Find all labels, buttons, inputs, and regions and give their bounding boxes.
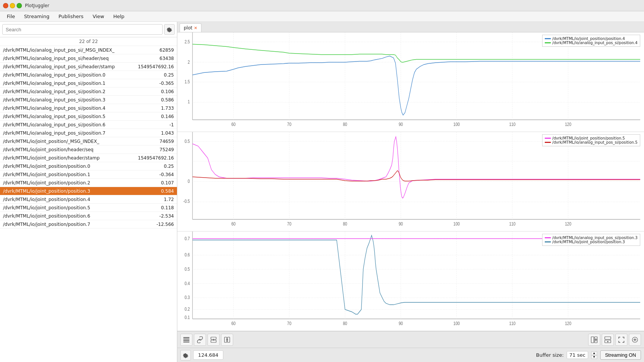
data-row[interactable]: /dvrk/MTML/io/analog_input_pos_si/positi… xyxy=(0,121,177,129)
menu-item-streaming[interactable]: Streaming xyxy=(20,12,53,21)
buffer-spinner[interactable]: ▲ ▼ xyxy=(591,351,597,359)
svg-rect-94 xyxy=(605,337,611,339)
data-row[interactable]: /dvrk/MTML/io/joint_position/position.00… xyxy=(0,162,177,170)
data-row[interactable]: /dvrk/MTML/io/analog_input_pos_si/positi… xyxy=(0,129,177,137)
data-row-name: /dvrk/MTML/io/analog_input_pos_si/positi… xyxy=(3,81,140,86)
zoom-button[interactable] xyxy=(615,334,627,346)
chart-3-svg: 0.7 0.6 0.5 0.4 0.3 0.2 0.1 60 70 xyxy=(177,232,644,331)
data-row-name: /dvrk/MTML/io/analog_input_pos_si/positi… xyxy=(3,89,140,94)
svg-text:0.1: 0.1 xyxy=(184,315,190,320)
settings-gear-icon[interactable] xyxy=(164,24,175,35)
data-row-value: 0.584 xyxy=(140,189,174,194)
data-row[interactable]: /dvrk/MTML/io/analog_input_pos_si/positi… xyxy=(0,96,177,104)
svg-text:70: 70 xyxy=(287,221,291,226)
data-row-name: /dvrk/MTML/io/joint_position/position.5 xyxy=(3,205,140,210)
status-settings-gear[interactable] xyxy=(180,350,191,360)
close-button[interactable] xyxy=(3,3,8,8)
data-row-value: 0.118 xyxy=(140,205,174,210)
data-row[interactable]: /dvrk/MTML/io/joint_position/header/seq7… xyxy=(0,146,177,154)
split-vertical-tool-button[interactable] xyxy=(207,334,220,346)
data-row[interactable]: /dvrk/MTML/io/analog_input_pos_si/header… xyxy=(0,54,177,63)
search-input[interactable] xyxy=(2,24,163,35)
svg-text:60: 60 xyxy=(231,321,235,326)
data-row-value: 75249 xyxy=(140,147,174,152)
streaming-button[interactable]: Streaming ON xyxy=(600,350,641,360)
data-row[interactable]: /dvrk/MTML/io/joint_position/_MSG_INDEX_… xyxy=(0,137,177,146)
svg-text:-0.5: -0.5 xyxy=(183,199,190,204)
svg-marker-89 xyxy=(227,339,228,340)
window-controls xyxy=(3,3,22,8)
data-row-name: /dvrk/MTML/io/joint_position/header/seq xyxy=(3,147,140,152)
svg-text:110: 110 xyxy=(509,221,516,226)
data-row[interactable]: /dvrk/MTML/io/analog_input_pos_si/header… xyxy=(0,63,177,71)
data-row[interactable]: /dvrk/MTML/io/analog_input_pos_si/positi… xyxy=(0,104,177,112)
list-tool-button[interactable] xyxy=(180,334,192,346)
data-row[interactable]: /dvrk/MTML/io/joint_position/position.6-… xyxy=(0,212,177,220)
svg-text:0.3: 0.3 xyxy=(184,295,190,300)
add-col-button[interactable] xyxy=(588,334,600,346)
data-row-value: 74659 xyxy=(140,139,174,144)
menu-item-file[interactable]: File xyxy=(3,12,19,21)
bottom-toolbar xyxy=(177,331,644,348)
svg-text:0.2: 0.2 xyxy=(184,307,190,311)
data-row-name: /dvrk/MTML/io/joint_position/position.6 xyxy=(3,213,140,219)
data-row-value: -0.365 xyxy=(140,81,174,86)
left-panel: 22 of 22 /dvrk/MTML/io/analog_input_pos_… xyxy=(0,22,177,362)
svg-rect-79 xyxy=(183,342,189,342)
data-row-name: /dvrk/MTML/io/joint_position/_MSG_INDEX_ xyxy=(3,139,140,144)
data-row-value: 0.25 xyxy=(140,72,174,78)
svg-rect-77 xyxy=(183,339,189,339)
fit-button[interactable] xyxy=(629,334,641,346)
data-row[interactable]: /dvrk/MTML/io/joint_position/position.50… xyxy=(0,204,177,212)
minimize-button[interactable] xyxy=(10,3,15,8)
data-row[interactable]: /dvrk/MTML/io/analog_input_pos_si/positi… xyxy=(0,87,177,96)
split-horizontal-tool-button[interactable] xyxy=(221,334,233,346)
time-display[interactable]: 124.684 xyxy=(193,350,223,360)
data-row-name: /dvrk/MTML/io/analog_input_pos_si/positi… xyxy=(3,72,140,78)
menu-item-help[interactable]: Help xyxy=(109,12,128,21)
search-bar xyxy=(0,22,177,37)
menu-item-view[interactable]: View xyxy=(89,12,108,21)
data-row[interactable]: /dvrk/MTML/io/analog_input_pos_si/_MSG_I… xyxy=(0,46,177,54)
data-row[interactable]: /dvrk/MTML/io/analog_input_pos_si/positi… xyxy=(0,79,177,87)
buffer-up[interactable]: ▲ xyxy=(591,351,597,355)
data-row-value: 0.107 xyxy=(140,180,174,186)
chart-2-svg: 0.5 0 -0.5 60 70 80 90 100 110 12 xyxy=(177,132,644,231)
app-title: PlotJuggler xyxy=(25,3,49,8)
svg-text:0: 0 xyxy=(188,179,190,184)
data-row-name: /dvrk/MTML/io/joint_position/position.1 xyxy=(3,172,140,177)
data-row-name: /dvrk/MTML/io/joint_position/position.3 xyxy=(3,189,140,194)
data-row[interactable]: /dvrk/MTML/io/joint_position/position.20… xyxy=(0,179,177,187)
data-row[interactable]: /dvrk/MTML/io/joint_position/position.30… xyxy=(0,187,177,195)
svg-text:0.4: 0.4 xyxy=(184,281,190,285)
plot-tab[interactable]: plot ✕ xyxy=(180,23,201,32)
svg-text:60: 60 xyxy=(231,221,235,226)
titlebar: PlotJuggler xyxy=(0,0,644,11)
data-row[interactable]: /dvrk/MTML/io/joint_position/position.7-… xyxy=(0,220,177,229)
data-row-value: 63438 xyxy=(140,56,174,61)
add-row-button[interactable] xyxy=(602,334,614,346)
data-row-name: /dvrk/MTML/io/joint_position/position.2 xyxy=(3,180,140,186)
svg-rect-76 xyxy=(183,337,189,338)
svg-text:0.5: 0.5 xyxy=(184,139,190,144)
link-tool-button[interactable] xyxy=(194,334,206,346)
data-row-value: 0.146 xyxy=(140,114,174,119)
svg-text:110: 110 xyxy=(509,122,516,127)
maximize-button[interactable] xyxy=(17,3,22,8)
data-row-value: 1549547692.16 xyxy=(137,155,174,161)
chart-1: 2.5 2 1.5 1 60 70 80 90 xyxy=(177,32,644,132)
data-row-value: -2.534 xyxy=(140,213,174,219)
svg-text:0.5: 0.5 xyxy=(184,267,190,272)
data-row[interactable]: /dvrk/MTML/io/analog_input_pos_si/positi… xyxy=(0,71,177,79)
plot-tab-close[interactable]: ✕ xyxy=(194,26,197,31)
svg-text:1.5: 1.5 xyxy=(184,79,190,84)
chart-3-legend: /dvrk/MTML/io/analog_input_pos_si/positi… xyxy=(542,234,640,246)
data-row[interactable]: /dvrk/MTML/io/joint_position/position.1-… xyxy=(0,170,177,179)
data-row-value: 1.733 xyxy=(140,106,174,111)
data-row[interactable]: /dvrk/MTML/io/joint_position/position.41… xyxy=(0,195,177,204)
data-row[interactable]: /dvrk/MTML/io/analog_input_pos_si/positi… xyxy=(0,112,177,121)
menu-item-publishers[interactable]: Publishers xyxy=(55,12,87,21)
buffer-down[interactable]: ▼ xyxy=(591,355,597,359)
data-row[interactable]: /dvrk/MTML/io/joint_position/header/stam… xyxy=(0,154,177,162)
data-row-name: /dvrk/MTML/io/analog_input_pos_si/positi… xyxy=(3,97,140,103)
